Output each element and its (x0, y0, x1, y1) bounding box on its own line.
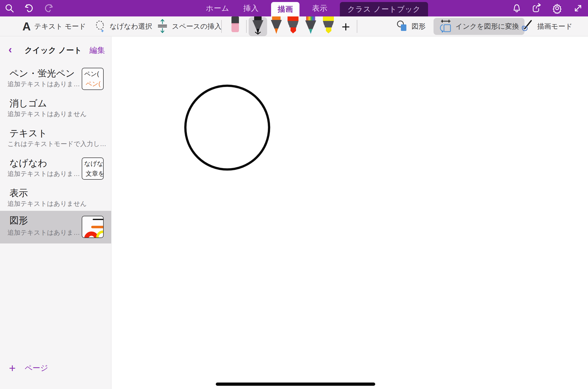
tab-draw[interactable]: 描画 (271, 2, 299, 16)
page-subtitle: これはテキストモードで入力し… (7, 140, 106, 148)
text-mode-icon: A (22, 21, 31, 32)
page-subtitle: 追加テキストはありません (7, 199, 87, 208)
page-thumbnail: ペン( ペン( (82, 68, 104, 90)
shapes-label: 図形 (412, 22, 426, 31)
page-item-eraser[interactable]: 消しゴム 追加テキストはありません (0, 94, 111, 124)
insert-space-label: スペースの挿入 (172, 22, 221, 31)
sidebar-header: ‹ クイック ノート 編集 (0, 43, 111, 58)
thumb-text: ペン( (84, 70, 99, 78)
page-subtitle: 追加テキストはありません (7, 110, 87, 118)
home-indicator[interactable] (216, 383, 375, 386)
draw-mode-button[interactable]: 描画モード (520, 16, 572, 36)
lasso-label: なげなわ選択 (110, 22, 152, 31)
tab-home[interactable]: ホーム (204, 0, 231, 16)
rainbow-pen-tool[interactable] (304, 16, 317, 35)
page-title: 図形 (9, 214, 28, 227)
thumb-text: ペン( (86, 80, 101, 88)
page-title: なげなわ (9, 157, 47, 169)
page-thumbnail (82, 216, 104, 238)
page-item-lasso[interactable]: なげなわ 追加テキストはありま… なげな 文章を (0, 154, 111, 183)
ink-to-shape-button[interactable]: インクを図形に変換 (434, 18, 524, 35)
page-title: 消しゴム (9, 97, 47, 110)
text-mode-label: テキスト モード (34, 22, 86, 31)
chevron-down-icon (255, 31, 261, 35)
notifications-icon[interactable] (511, 2, 523, 14)
lasso-icon (95, 20, 106, 33)
ink-to-shape-label: インクを図形に変換 (455, 22, 519, 31)
page-title: ペン・蛍光ペン (9, 67, 75, 80)
yellow-highlighter-tool[interactable] (322, 16, 335, 35)
page-subtitle: 追加テキストはありま… (7, 228, 80, 237)
page-item-view[interactable]: 表示 追加テキストはありません (0, 183, 111, 211)
settings-icon[interactable] (551, 2, 563, 14)
shapes-button[interactable]: 図形 (396, 16, 426, 36)
page-title: 表示 (9, 187, 28, 199)
lasso-select-button[interactable]: なげなわ選択 (95, 16, 152, 36)
fullscreen-icon[interactable] (572, 2, 584, 14)
ink-to-shape-icon (439, 19, 452, 34)
page-subtitle: 追加テキストはありま… (7, 169, 80, 178)
insert-space-button[interactable]: スペースの挿入 (156, 16, 221, 36)
draw-mode-icon (520, 19, 534, 34)
share-icon[interactable] (531, 2, 543, 14)
titlebar: ホーム 挿入 描画 表示 クラス ノートブック (0, 0, 588, 16)
thumb-black-line (93, 219, 104, 220)
edit-button[interactable]: 編集 (89, 45, 105, 56)
page-title: テキスト (9, 127, 47, 140)
add-pen-button[interactable]: + (338, 16, 353, 36)
insert-space-icon (156, 19, 168, 34)
page-item-text[interactable]: テキスト これはテキストモードで入力し… (0, 124, 111, 154)
thumb-orange-line (91, 226, 104, 228)
plus-icon: + (9, 362, 16, 374)
eraser-tool[interactable] (231, 16, 240, 34)
ink-circle[interactable] (185, 86, 269, 169)
add-page-label: ページ (25, 363, 48, 373)
ink-layer (112, 37, 588, 389)
search-icon[interactable] (3, 2, 15, 14)
ribbon-tabs: ホーム 挿入 描画 表示 クラス ノートブック (204, 0, 428, 16)
page-item-shapes[interactable]: 図形 追加テキストはありま… (0, 211, 111, 243)
thumb-text: なげな (84, 159, 103, 168)
draw-toolbar: A テキスト モード なげなわ選択 スペースの挿入 (0, 16, 588, 36)
drawing-canvas[interactable] (112, 37, 588, 389)
text-mode-button[interactable]: A テキスト モード (22, 16, 86, 36)
back-button[interactable]: ‹ (8, 44, 18, 56)
black-pen-tool[interactable] (249, 17, 267, 36)
red-highlighter-tool[interactable] (287, 16, 299, 35)
undo-icon[interactable] (23, 2, 35, 14)
shapes-icon (396, 20, 408, 33)
tab-class-notebook[interactable]: クラス ノートブック (340, 2, 428, 16)
add-page-button[interactable]: + ページ (0, 361, 111, 376)
toolbar-divider (246, 20, 247, 33)
thumb-yellow-arc (96, 231, 104, 238)
redo-icon (43, 2, 55, 14)
thumb-text: 文章を (86, 169, 104, 178)
tab-insert[interactable]: 挿入 (242, 0, 260, 16)
toolbar-divider (221, 20, 222, 33)
tab-view[interactable]: 表示 (310, 0, 329, 16)
onenote-window: ホーム 挿入 描画 表示 クラス ノートブック A テキスト モード (0, 0, 588, 389)
orange-pen-tool[interactable] (270, 16, 283, 35)
toolbar-divider (357, 20, 357, 33)
page-item-pen-highlighter[interactable]: ペン・蛍光ペン 追加テキストはありま… ペン( ペン( (0, 64, 111, 94)
page-subtitle: 追加テキストはありま… (7, 80, 80, 88)
draw-mode-label: 描画モード (537, 22, 572, 31)
page-thumbnail: なげな 文章を (82, 157, 104, 180)
page-list-sidebar: ‹ クイック ノート 編集 ペン・蛍光ペン 追加テキストはありま… ペン( ペン… (0, 37, 111, 389)
notebook-section-title: クイック ノート (17, 45, 89, 56)
